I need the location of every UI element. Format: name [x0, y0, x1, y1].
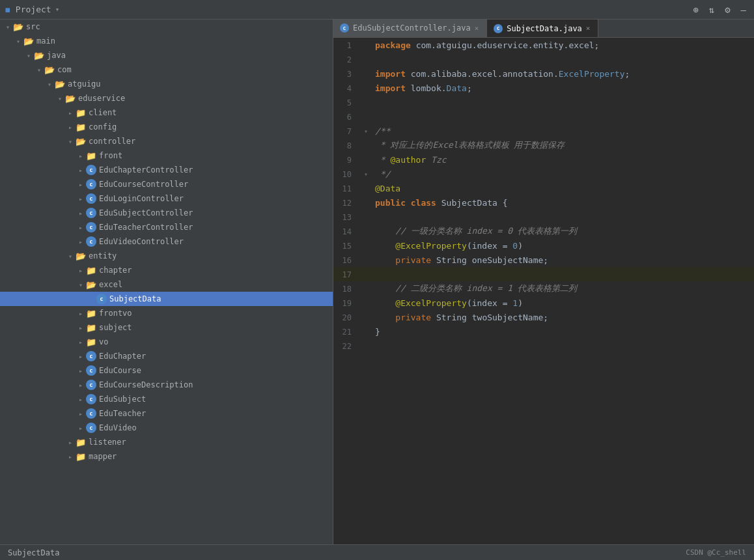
tree-item-EduCourse[interactable]: cEduCourse — [0, 363, 333, 378]
tree-item-SubjectData[interactable]: cSubjectData — [0, 292, 333, 306]
tree-item-controller[interactable]: 📂controller — [0, 134, 333, 148]
line-code[interactable]: @Data — [372, 181, 754, 195]
line-code[interactable]: @ExcelProperty(index = 1) — [372, 296, 754, 310]
line-code[interactable]: import com.alibaba.excel.annotation.Exce… — [372, 66, 754, 81]
tree-item-EduCourseController[interactable]: cEduCourseController — [0, 177, 333, 191]
tree-item-EduLoginController[interactable]: cEduLoginController — [0, 191, 333, 206]
tree-arrow[interactable] — [3, 23, 13, 31]
tree-arrow[interactable] — [65, 138, 76, 145]
tree-item-entity[interactable]: 📂entity — [0, 249, 333, 263]
tree-item-frontvo[interactable]: 📁frontvo — [0, 306, 333, 320]
tree-arrow[interactable] — [76, 167, 86, 174]
line-code[interactable] — [372, 52, 754, 66]
tree-arrow[interactable] — [76, 410, 86, 417]
tree-arrow[interactable] — [76, 396, 86, 403]
tree-arrow[interactable] — [65, 453, 76, 460]
tree-arrow[interactable] — [23, 52, 34, 59]
tree-arrow[interactable] — [76, 267, 86, 274]
tree-item-mapper[interactable]: 📁mapper — [0, 449, 333, 464]
tab-close-icon[interactable]: × — [475, 24, 479, 33]
sort-icon[interactable]: ⇅ — [706, 3, 717, 16]
tree-arrow[interactable] — [76, 238, 86, 245]
line-code[interactable]: import lombok.Data; — [372, 81, 754, 95]
tree-arrow[interactable] — [76, 195, 86, 203]
dropdown-arrow[interactable]: ▾ — [55, 5, 60, 14]
line-code[interactable]: private String twoSubjectName; — [372, 310, 754, 324]
tree-arrow[interactable] — [44, 81, 55, 88]
tree-item-eduservice[interactable]: 📂eduservice — [0, 91, 333, 105]
tree-arrow[interactable] — [76, 224, 86, 231]
line-code[interactable]: // 一级分类名称 index = 0 代表表格第一列 — [372, 224, 754, 238]
tree-item-subject[interactable]: 📁subject — [0, 320, 333, 335]
tree-arrow[interactable] — [76, 181, 86, 188]
tab-close-icon[interactable]: × — [586, 24, 591, 33]
tree-item-listener[interactable]: 📁listener — [0, 435, 333, 449]
tree-item-EduSubject[interactable]: cEduSubject — [0, 392, 333, 406]
tree-item-com[interactable]: 📂com — [0, 63, 333, 77]
line-code[interactable]: */ — [372, 167, 754, 181]
tree-arrow[interactable] — [76, 382, 86, 389]
line-code[interactable]: /** — [372, 124, 754, 138]
code-editor[interactable]: 1package com.atguigu.eduservice.entity.e… — [333, 38, 754, 544]
tree-arrow[interactable] — [65, 253, 76, 260]
settings-icon[interactable]: ⚙ — [722, 3, 733, 16]
line-code[interactable] — [372, 95, 754, 109]
tree-item-EduTeacher[interactable]: cEduTeacher — [0, 406, 333, 421]
tree-item-config[interactable]: 📁config — [0, 120, 333, 134]
tree-item-EduChapter[interactable]: cEduChapter — [0, 349, 333, 363]
line-code[interactable]: private String oneSubjectName; — [372, 253, 754, 267]
tab-EduSubjectController[interactable]: c EduSubjectController.java × — [333, 20, 487, 37]
tree-arrow[interactable] — [65, 439, 76, 446]
line-code[interactable] — [372, 267, 754, 281]
tree-item-excel[interactable]: 📂excel — [0, 277, 333, 292]
line-code[interactable]: package com.atguigu.eduservice.entity.ex… — [372, 38, 754, 52]
tree-item-java[interactable]: 📂java — [0, 48, 333, 63]
tree-item-client[interactable]: 📁client — [0, 105, 333, 120]
line-code[interactable]: // 二级分类名称 index = 1 代表表格第二列 — [372, 281, 754, 296]
tree-arrow[interactable] — [65, 124, 76, 131]
line-code[interactable] — [372, 109, 754, 124]
tree-arrow[interactable] — [65, 109, 76, 117]
line-code[interactable]: * @author Tzc — [372, 152, 754, 167]
code-line: 21} — [333, 324, 754, 339]
tree-item-EduChapterController[interactable]: cEduChapterController — [0, 163, 333, 177]
line-code[interactable]: public class SubjectData { — [372, 195, 754, 210]
tree-item-src[interactable]: 📂src — [0, 20, 333, 34]
minimize-icon[interactable]: — — [738, 3, 749, 16]
tree-arrow[interactable] — [76, 339, 86, 346]
tree-arrow[interactable] — [76, 152, 86, 160]
tree-item-main[interactable]: 📂main — [0, 34, 333, 48]
tree-arrow[interactable] — [55, 95, 65, 102]
tree-arrow[interactable] — [76, 425, 86, 432]
tree-arrow[interactable] — [76, 210, 86, 217]
tree-item-atguigu[interactable]: 📂atguigu — [0, 77, 333, 91]
tree-arrow[interactable] — [34, 66, 44, 74]
line-code[interactable]: * 对应上传的Excel表格格式模板 用于数据保存 — [372, 138, 754, 152]
tree-item-EduTeacherController[interactable]: cEduTeacherController — [0, 220, 333, 234]
tree-arrow[interactable] — [76, 324, 86, 331]
line-code[interactable] — [372, 210, 754, 224]
tree-arrow[interactable] — [76, 353, 86, 360]
tab-SubjectData[interactable]: c SubjectData.java × — [487, 20, 598, 37]
tree-item-EduVideo[interactable]: cEduVideo — [0, 421, 333, 435]
tree-arrow[interactable] — [76, 367, 86, 374]
line-number: 8 — [333, 138, 359, 152]
fold-icon[interactable]: ▾ — [364, 128, 368, 135]
tree-item-chapter[interactable]: 📁chapter — [0, 263, 333, 277]
tree-item-EduVideoController[interactable]: cEduVideoController — [0, 234, 333, 249]
tree-arrow[interactable] — [76, 310, 86, 317]
class-icon: c — [86, 165, 96, 175]
tree-item-vo[interactable]: 📁vo — [0, 335, 333, 349]
tree-arrow[interactable] — [76, 281, 86, 288]
line-code[interactable]: } — [372, 324, 754, 339]
tree-item-EduSubjectController[interactable]: cEduSubjectController — [0, 206, 333, 220]
tree-arrow[interactable] — [13, 38, 23, 45]
fold-icon[interactable]: ▾ — [364, 171, 368, 178]
line-code[interactable]: @ExcelProperty(index = 0) — [372, 238, 754, 253]
tree-item-front[interactable]: 📁front — [0, 148, 333, 163]
add-icon[interactable]: ⊕ — [690, 3, 701, 16]
line-code[interactable] — [372, 339, 754, 353]
class-icon: c — [86, 193, 96, 204]
tree-item-EduCourseDescription[interactable]: cEduCourseDescription — [0, 378, 333, 392]
line-number: 22 — [333, 339, 359, 353]
